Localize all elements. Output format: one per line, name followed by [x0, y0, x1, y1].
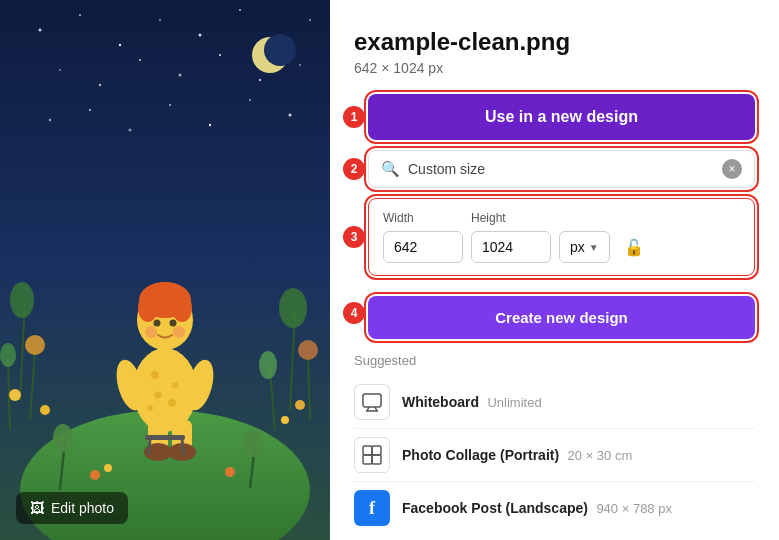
svg-point-34	[298, 340, 318, 360]
svg-point-14	[259, 79, 261, 81]
svg-point-28	[25, 335, 45, 355]
svg-point-16	[49, 119, 51, 121]
unit-select[interactable]: px ▼	[559, 231, 610, 263]
step4-row: 4 Create new design	[354, 286, 755, 339]
photo-collage-name: Photo Collage (Portrait) 20 × 30 cm	[402, 446, 632, 464]
file-dimensions: 642 × 1024 px	[354, 60, 755, 76]
facebook-icon: f	[354, 490, 390, 526]
svg-point-39	[281, 416, 289, 424]
svg-point-20	[209, 124, 211, 126]
svg-point-1	[39, 29, 42, 32]
svg-point-55	[147, 405, 153, 411]
step1-row: 1 Use in a new design	[354, 94, 755, 140]
svg-point-44	[138, 294, 158, 322]
step4-badge: 4	[343, 302, 365, 324]
svg-point-54	[168, 399, 176, 407]
svg-rect-76	[363, 446, 372, 455]
file-title: example-clean.png	[354, 28, 755, 56]
svg-point-38	[295, 400, 305, 410]
svg-point-15	[299, 64, 301, 66]
step1-badge: 1	[343, 106, 365, 128]
svg-point-49	[173, 326, 185, 338]
svg-point-9	[59, 69, 61, 71]
edit-photo-icon: 🖼	[30, 500, 44, 516]
svg-point-10	[99, 84, 101, 86]
svg-point-21	[249, 99, 251, 101]
step3-badge: 3	[343, 226, 365, 248]
svg-point-45	[172, 294, 192, 322]
svg-point-30	[0, 343, 16, 367]
svg-point-17	[89, 109, 91, 111]
search-icon: 🔍	[381, 160, 400, 178]
photo-collage-icon	[354, 437, 390, 473]
svg-point-48	[145, 326, 157, 338]
edit-photo-button[interactable]: 🖼 Edit photo	[16, 492, 128, 524]
step2-row: 2 🔍 ×	[354, 150, 755, 188]
svg-rect-72	[363, 394, 381, 407]
svg-point-2	[79, 14, 81, 16]
svg-point-4	[159, 19, 161, 21]
height-label: Height	[471, 211, 551, 225]
svg-point-19	[169, 104, 171, 106]
svg-point-69	[90, 470, 100, 480]
custom-size-search[interactable]: 🔍 ×	[368, 150, 755, 188]
step2-badge: 2	[343, 158, 365, 180]
edit-photo-label: Edit photo	[51, 500, 114, 516]
whiteboard-name: Whiteboard Unlimited	[402, 393, 542, 411]
use-in-new-design-button[interactable]: Use in a new design	[368, 94, 755, 140]
svg-point-51	[151, 371, 159, 379]
image-preview-panel: 🖼 Edit photo	[0, 0, 330, 540]
facebook-name: Facebook Post (Landscape) 940 × 788 px	[402, 499, 672, 517]
width-input[interactable]	[383, 231, 463, 263]
svg-point-32	[279, 288, 307, 328]
svg-point-24	[264, 34, 296, 66]
size-labels: Width Height	[383, 211, 740, 225]
svg-rect-78	[363, 455, 372, 464]
right-panel: example-clean.png 642 × 1024 px 1 Use in…	[330, 0, 779, 540]
svg-rect-77	[372, 446, 381, 455]
svg-point-3	[119, 44, 121, 46]
svg-line-64	[182, 440, 184, 455]
svg-point-6	[239, 9, 241, 11]
create-new-design-button[interactable]: Create new design	[368, 296, 755, 339]
suggested-item-photo-collage[interactable]: Photo Collage (Portrait) 20 × 30 cm	[354, 429, 755, 482]
svg-point-8	[309, 19, 311, 21]
svg-point-12	[179, 74, 182, 77]
svg-point-11	[139, 59, 141, 61]
whiteboard-icon	[354, 384, 390, 420]
svg-point-22	[289, 114, 292, 117]
svg-point-68	[243, 429, 263, 457]
custom-size-input[interactable]	[408, 161, 714, 177]
lock-icon: 🔓	[624, 238, 644, 257]
suggested-item-facebook[interactable]: f Facebook Post (Landscape) 940 × 788 px	[354, 482, 755, 534]
svg-rect-79	[372, 455, 381, 464]
svg-point-46	[154, 320, 161, 327]
svg-point-37	[9, 389, 21, 401]
svg-point-13	[219, 54, 221, 56]
svg-rect-62	[145, 435, 185, 440]
svg-point-5	[199, 34, 202, 37]
size-inputs: px ▼ 🔓	[383, 231, 740, 263]
step3-row: 3 Width Height px ▼ 🔓	[354, 198, 755, 276]
suggested-item-whiteboard[interactable]: Whiteboard Unlimited	[354, 376, 755, 429]
custom-size-form: Width Height px ▼ 🔓	[368, 198, 755, 276]
svg-point-18	[129, 129, 132, 132]
svg-point-71	[104, 464, 112, 472]
svg-line-63	[148, 440, 150, 455]
search-clear-button[interactable]: ×	[722, 159, 742, 179]
svg-point-70	[225, 467, 235, 477]
svg-point-47	[170, 320, 177, 327]
svg-point-53	[155, 392, 162, 399]
svg-point-36	[259, 351, 277, 379]
height-input[interactable]	[471, 231, 551, 263]
chevron-down-icon: ▼	[589, 242, 599, 253]
svg-point-26	[10, 282, 34, 318]
unit-value: px	[570, 239, 585, 255]
svg-point-66	[53, 424, 73, 452]
image-background	[0, 0, 330, 540]
suggested-label: Suggested	[354, 353, 755, 368]
width-label: Width	[383, 211, 463, 225]
svg-point-52	[172, 382, 178, 388]
svg-point-40	[40, 405, 50, 415]
